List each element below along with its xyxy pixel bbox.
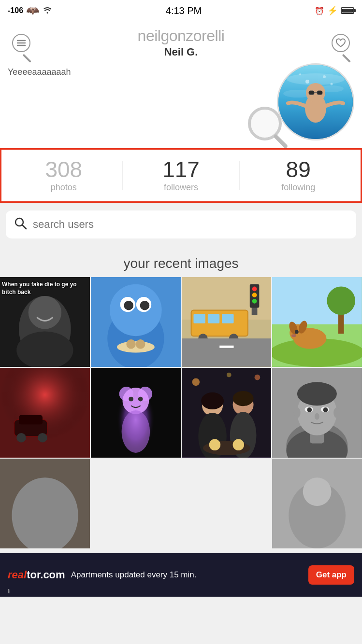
svg-rect-10 xyxy=(317,91,322,95)
recent-images-title: your recent images xyxy=(0,246,362,277)
stats-row: 308 photos 117 followers 89 following xyxy=(0,148,362,203)
meme-caption: When you fake die to ge yo bitch back xyxy=(2,281,90,296)
batman-icon: 🦇 xyxy=(26,4,39,17)
svg-point-13 xyxy=(323,75,326,78)
username-block: neilgonzorelli Neil G. xyxy=(138,27,225,58)
svg-point-99 xyxy=(333,407,340,418)
header-nav: neilgonzorelli Neil G. xyxy=(8,27,354,58)
svg-point-79 xyxy=(201,392,224,409)
svg-point-82 xyxy=(232,391,253,406)
svg-rect-62 xyxy=(19,415,43,425)
svg-point-63 xyxy=(16,433,26,443)
menu-search-button[interactable] xyxy=(8,29,35,56)
svg-point-43 xyxy=(252,293,257,297)
svg-point-27 xyxy=(124,301,133,310)
avatar-svg xyxy=(278,65,353,139)
search-input[interactable] xyxy=(33,218,348,231)
ad-text: Apartments updated every 15 min. xyxy=(71,570,303,580)
ad-logo-red: real xyxy=(8,569,27,581)
heart-icon xyxy=(335,38,346,48)
menu-circle-icon xyxy=(12,34,30,52)
svg-point-84 xyxy=(209,439,220,450)
status-time: 4:13 PM xyxy=(166,5,202,16)
svg-point-42 xyxy=(252,287,257,292)
stat-photos[interactable]: 308 photos xyxy=(5,158,122,193)
search-icon xyxy=(14,216,27,233)
grid-item[interactable] xyxy=(182,368,272,458)
followers-count: 117 xyxy=(123,158,240,181)
svg-rect-35 xyxy=(193,314,205,323)
svg-line-17 xyxy=(22,225,26,229)
stat-following[interactable]: 89 following xyxy=(240,158,357,193)
svg-point-24 xyxy=(110,284,162,336)
stat-followers[interactable]: 117 followers xyxy=(123,158,240,193)
grid-item[interactable] xyxy=(91,277,181,367)
grid-item[interactable] xyxy=(91,368,181,458)
svg-point-98 xyxy=(294,407,301,418)
avatar[interactable] xyxy=(277,63,354,140)
magnify-handle-right xyxy=(342,54,351,62)
bluetooth-icon: ⚡ xyxy=(327,5,338,16)
svg-point-71 xyxy=(138,396,143,401)
svg-point-92 xyxy=(297,382,337,406)
svg-point-75 xyxy=(254,374,260,380)
photos-count: 308 xyxy=(5,158,122,181)
username: neilgonzorelli xyxy=(138,27,225,45)
svg-point-50 xyxy=(327,287,356,315)
ad-logo: realtor.com xyxy=(8,569,65,581)
grid-item[interactable]: When you fake die to ge yo bitch back xyxy=(0,277,90,367)
signal-strength: -106 xyxy=(8,6,23,15)
status-right: ⏰ ⚡ xyxy=(315,5,354,16)
avatar-area xyxy=(262,63,354,140)
svg-point-72 xyxy=(121,410,150,453)
svg-point-95 xyxy=(307,407,312,412)
svg-rect-9 xyxy=(309,91,314,95)
grid-item[interactable] xyxy=(272,277,362,367)
recent-section: your recent images When you fake die to … xyxy=(0,246,362,553)
svg-point-56 xyxy=(295,330,299,334)
svg-point-57 xyxy=(291,334,296,337)
empty-space xyxy=(91,459,271,548)
svg-point-28 xyxy=(140,301,149,310)
svg-rect-60 xyxy=(0,368,90,458)
svg-point-14 xyxy=(331,83,333,85)
svg-rect-46 xyxy=(219,346,233,348)
search-section xyxy=(0,203,362,246)
svg-point-64 xyxy=(38,433,47,443)
svg-point-96 xyxy=(323,407,328,412)
profile-section: neilgonzorelli Neil G. Yeeeeaaaaaaah xyxy=(0,21,362,148)
magnify-handle-left xyxy=(23,54,31,62)
svg-rect-37 xyxy=(222,314,233,323)
grid-item[interactable] xyxy=(272,368,362,458)
images-grid: When you fake die to ge yo bitch back xyxy=(0,277,362,459)
bio-avatar-row: Yeeeeaaaaaaah xyxy=(8,63,354,148)
battery-icon xyxy=(341,7,354,14)
grid-item[interactable] xyxy=(0,368,90,458)
svg-point-44 xyxy=(252,299,257,304)
grid-item[interactable] xyxy=(272,459,362,548)
bio-text: Yeeeeaaaaaaah xyxy=(8,63,262,77)
ad-logo-white: tor.com xyxy=(27,569,65,581)
heart-circle-icon xyxy=(332,34,350,52)
svg-point-74 xyxy=(192,378,200,386)
ad-get-app-button[interactable]: Get app xyxy=(308,565,354,585)
svg-point-20 xyxy=(29,296,61,329)
status-bar: -106 🦇 4:13 PM ⏰ ⚡ xyxy=(0,0,362,21)
ad-info-icon[interactable]: ℹ xyxy=(8,588,10,595)
svg-point-85 xyxy=(232,439,244,450)
search-bar xyxy=(6,210,356,238)
svg-rect-36 xyxy=(207,314,219,323)
following-label: following xyxy=(240,182,357,193)
avatar-image xyxy=(278,65,353,139)
svg-point-29 xyxy=(117,341,155,352)
svg-point-15 xyxy=(299,73,301,75)
display-name: Neil G. xyxy=(138,46,225,58)
heart-search-button[interactable] xyxy=(327,29,354,56)
grid-item[interactable] xyxy=(0,459,90,548)
svg-point-12 xyxy=(305,80,309,84)
wifi-icon xyxy=(42,6,53,15)
svg-point-76 xyxy=(226,373,231,378)
grid-item[interactable] xyxy=(182,277,272,367)
status-left: -106 🦇 xyxy=(8,4,53,17)
svg-point-31 xyxy=(136,339,145,349)
